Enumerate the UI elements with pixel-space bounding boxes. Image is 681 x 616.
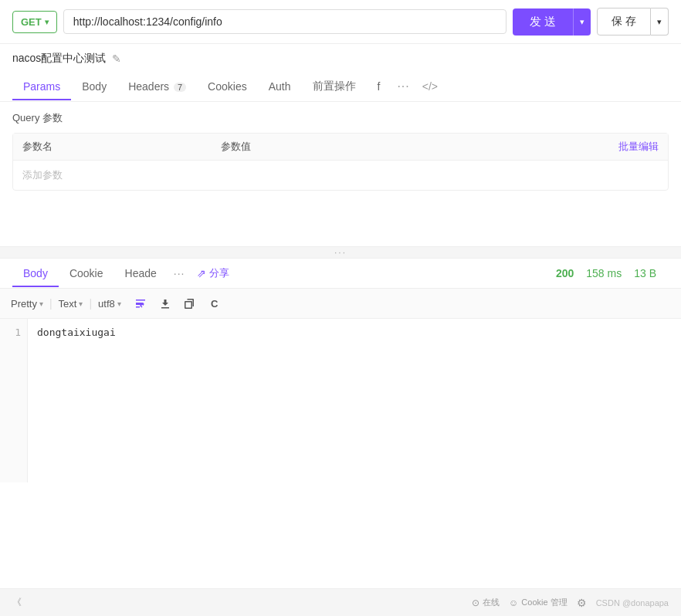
online-icon: ⊙ xyxy=(472,597,479,608)
bottom-chevron-icon[interactable]: 《 xyxy=(12,596,22,609)
tab-headers[interactable]: Headers 7 xyxy=(117,73,197,100)
col-value-label: 参数值 xyxy=(221,140,618,154)
format-actions: C xyxy=(130,293,225,313)
tab-cookies[interactable]: Cookies xyxy=(197,73,258,100)
download-icon[interactable] xyxy=(155,293,175,313)
response-status-bar: 200 158 ms 13 B xyxy=(544,267,669,279)
save-button-group: 保 存 ▾ xyxy=(597,8,669,36)
send-button-group: 发 送 ▾ xyxy=(513,8,591,36)
url-input[interactable] xyxy=(63,9,507,34)
method-label: GET xyxy=(21,16,42,28)
resp-tab-more-icon[interactable]: ··· xyxy=(168,259,191,287)
request-tabs: Params Body Headers 7 Cookies Auth 前置操作 … xyxy=(0,72,681,102)
response-tabs-bar: Body Cookie Heade ··· ⇗ 分享 200 158 ms 13… xyxy=(0,259,681,289)
params-area: Query 参数 参数名 参数值 批量编辑 添加参数 xyxy=(0,102,681,200)
resp-tab-headers[interactable]: Heade xyxy=(114,259,168,287)
tab-auth[interactable]: Auth xyxy=(258,73,302,100)
top-bar: GET ▾ 发 送 ▾ 保 存 ▾ xyxy=(0,0,681,44)
clear-icon[interactable]: C xyxy=(205,293,225,313)
title-area: nacos配置中心测试 ✎ xyxy=(0,44,681,72)
watermark: CSDN @donapapa xyxy=(596,598,669,608)
resize-handle[interactable]: ··· xyxy=(0,246,681,259)
settings-icon-area[interactable]: ⚙ xyxy=(577,597,587,609)
line-numbers: 1 xyxy=(0,319,28,482)
tab-body[interactable]: Body xyxy=(71,73,117,100)
bottom-left: 《 xyxy=(12,596,22,609)
headers-badge: 7 xyxy=(174,83,186,92)
add-param-row[interactable]: 添加参数 xyxy=(13,161,668,190)
resp-share-button[interactable]: ⇗ 分享 xyxy=(191,259,235,288)
encoding-chevron-icon: ▾ xyxy=(117,300,121,308)
cookie-icon: ☺ xyxy=(509,597,518,608)
tab-pre-operation[interactable]: 前置操作 xyxy=(302,72,367,101)
send-button[interactable]: 发 送 xyxy=(513,8,573,36)
wrap-icon[interactable] xyxy=(130,293,151,313)
tab-code-icon[interactable]: </> xyxy=(416,73,444,100)
text-chevron-icon: ▾ xyxy=(79,300,83,308)
params-table-header: 参数名 参数值 批量编辑 xyxy=(13,134,668,161)
response-size: 13 B xyxy=(634,267,656,279)
query-params-label: Query 参数 xyxy=(12,111,669,125)
response-time: 158 ms xyxy=(586,267,622,279)
batch-edit-button[interactable]: 批量编辑 xyxy=(618,140,659,154)
resp-tab-cookie[interactable]: Cookie xyxy=(59,259,114,287)
response-section: Body Cookie Heade ··· ⇗ 分享 200 158 ms 13… xyxy=(0,259,681,482)
status-code: 200 xyxy=(556,267,574,279)
resp-tab-body[interactable]: Body xyxy=(12,259,59,287)
tab-params[interactable]: Params xyxy=(12,73,71,100)
send-dropdown-button[interactable]: ▾ xyxy=(573,8,591,36)
format-sep-1: | xyxy=(49,297,53,310)
bottom-bar: 《 ⊙ 在线 ☺ Cookie 管理 ⚙ CSDN @donapapa xyxy=(0,588,681,616)
share-icon: ⇗ xyxy=(197,267,206,279)
encoding-select[interactable]: utf8 ▾ xyxy=(98,298,121,310)
response-content: 1 dongtaixiugai xyxy=(0,319,681,482)
response-body-content: dongtaixiugai xyxy=(28,319,681,482)
response-format-bar: Pretty ▾ | Text ▾ | utf8 ▾ xyxy=(0,289,681,319)
cookie-manager[interactable]: ☺ Cookie 管理 xyxy=(509,597,568,608)
pretty-chevron-icon: ▾ xyxy=(39,300,43,308)
params-table: 参数名 参数值 批量编辑 添加参数 xyxy=(12,133,669,191)
pretty-select[interactable]: Pretty ▾ xyxy=(11,298,43,310)
tab-f[interactable]: f xyxy=(367,73,391,100)
text-select[interactable]: Text ▾ xyxy=(59,298,83,310)
params-spacer xyxy=(0,200,681,246)
save-dropdown-button[interactable]: ▾ xyxy=(651,8,669,36)
method-chevron-icon: ▾ xyxy=(45,18,49,26)
tab-more-icon[interactable]: ··· xyxy=(391,72,415,101)
format-sep-2: | xyxy=(89,297,92,310)
bottom-right: ⊙ 在线 ☺ Cookie 管理 ⚙ CSDN @donapapa xyxy=(472,597,669,609)
edit-icon[interactable]: ✎ xyxy=(112,52,121,65)
save-button[interactable]: 保 存 xyxy=(597,8,651,36)
method-button[interactable]: GET ▾ xyxy=(12,11,57,33)
copy-icon[interactable] xyxy=(180,293,200,313)
request-title: nacos配置中心测试 xyxy=(12,52,106,66)
online-indicator: ⊙ 在线 xyxy=(472,597,500,608)
col-name-label: 参数名 xyxy=(22,140,221,154)
